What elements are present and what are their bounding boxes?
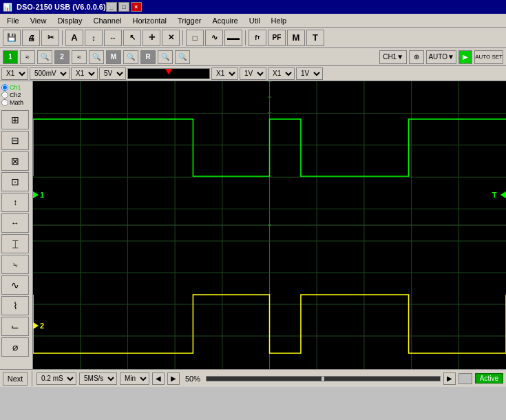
svg-text:1: 1 [40,191,44,199]
menu-acquire[interactable]: Acquire [207,15,243,26]
ch1-voltage-select[interactable]: 500mV [30,67,70,80]
cursor-icon-4[interactable]: ⍀ [1,255,29,274]
menu-util[interactable]: Util [244,15,266,26]
text-button[interactable]: A [65,30,83,46]
ch2-button[interactable]: 2 [54,50,70,64]
svg-text:T: T [492,191,497,199]
cursor-icon-3[interactable]: ⌶ [1,234,29,253]
save-button[interactable]: 💾 [3,30,21,46]
ch1-coupling-select[interactable]: X1 [1,67,28,80]
ch1-ref-select[interactable]: X1 [211,67,238,80]
trigger-position-bar[interactable] [127,68,210,79]
status-bar: Active [458,373,503,384]
ch-select-dropdown[interactable]: CH1 ▼ [379,50,407,64]
menu-horizontal[interactable]: Horizontal [127,15,172,26]
title-bar: 📊 DSO-2150 USB (V6.0.0.6) _ □ × [0,0,506,14]
measure-button[interactable]: ✕ [162,30,180,46]
samplerate-select[interactable]: 5MS/s [79,372,117,385]
cursor-cross-button[interactable]: ✛ [143,30,160,46]
position-indicator [321,377,324,381]
ch1-zoom-button[interactable]: 🔍 [37,50,52,64]
cursor-icon-5[interactable]: ∿ [1,275,29,295]
ch1-scale-select[interactable]: 5V [99,67,126,80]
ch1-radio[interactable]: Ch1 [1,84,31,91]
position-bar[interactable] [206,376,441,381]
measure-icon-2[interactable]: ⊟ [1,131,29,150]
cursor-icon-7[interactable]: ⌙ [1,317,29,336]
auto-dropdown[interactable]: AUTO ▼ [426,50,456,64]
r-zoom-button[interactable]: 🔍 [158,50,173,64]
ch2-zoom-button[interactable]: 🔍 [89,50,104,64]
ch1-probe-select[interactable]: X1 [71,67,98,80]
cursor-icon-8[interactable]: ⌀ [1,337,29,357]
svg-point-28 [268,224,271,227]
scope-display[interactable]: 1 2 T [33,81,506,369]
cursor-icon-2[interactable]: ↔ [1,213,29,233]
nav-left-button[interactable]: ◀ [152,372,165,385]
cursor-arrow-button[interactable]: ↖ [123,30,141,46]
cursor-h-button[interactable]: ↔ [104,30,122,46]
close-button[interactable]: × [131,2,142,12]
window-controls[interactable]: _ □ × [106,2,142,12]
wave-button[interactable]: ∿ [205,30,223,46]
math-radio-label: Math [10,99,23,106]
mode-select[interactable]: Min [120,372,149,385]
trigger-marker [165,69,172,74]
separator-1 [62,30,63,45]
ft-button[interactable]: fT [249,30,266,46]
ch2-ref-select[interactable]: 1V [296,67,323,80]
cursor-icon-6[interactable]: ⌇ [1,296,29,315]
status-icon [458,373,472,384]
m-button[interactable]: M [287,30,305,46]
ch1-ref-val-select[interactable]: 1V [240,67,266,80]
menu-file[interactable]: File [1,15,25,26]
menu-view[interactable]: View [25,15,52,26]
menu-help[interactable]: Help [266,15,293,26]
autoset-label: AUTO SET [475,54,503,60]
measure-icon-4[interactable]: ⊡ [1,172,29,191]
autoset-button[interactable]: AUTO SET [474,50,503,64]
cut-button[interactable]: ✂ [41,30,59,46]
measure-icon-3[interactable]: ⊠ [1,151,29,171]
auto-label: AUTO [428,53,447,61]
print-button[interactable]: 🖨 [22,30,40,46]
active-status: Active [475,373,503,384]
settings-bar: X1 500mV X1 5V X1 1V X1 1V [0,66,506,81]
position-right-button[interactable]: ▶ [443,372,456,385]
math-radio[interactable]: Math [1,99,31,106]
menu-trigger[interactable]: Trigger [172,15,207,26]
r-btn[interactable]: R [140,50,156,64]
pf-button[interactable]: PF [268,30,286,46]
measure-icon-1[interactable]: ⊞ [1,110,29,129]
scope-icon: ⊕ [409,50,424,64]
m-btn[interactable]: M [106,50,121,64]
nav-right-button[interactable]: ▶ [167,372,180,385]
cursor-icon-1[interactable]: ↕ [1,193,29,212]
timebase-select[interactable]: 0.2 mS [36,372,76,385]
minimize-button[interactable]: _ [106,2,117,12]
separator-3 [245,30,246,45]
scope-svg: 1 2 T [33,81,506,369]
main-area: Ch1 Ch2 Math ⊞ ⊟ ⊠ ⊡ ↕ ↔ ⌶ ⍀ ∿ ⌇ ⌙ ⌀ [0,81,506,369]
menu-display[interactable]: Display [52,15,87,26]
bottom-separator-1 [32,371,32,386]
cursor-v-button[interactable]: ↕ [85,30,103,46]
ch2-extra-button[interactable]: ≈ [72,50,87,64]
m-zoom-button[interactable]: 🔍 [123,50,138,64]
position-percent: 50% [182,375,203,383]
t-button[interactable]: T [306,30,324,46]
ch2-probe-select[interactable]: X1 [268,67,295,80]
ch1-extra-button[interactable]: ≈ [20,50,35,64]
svg-text:2: 2 [40,322,44,330]
zoom-extra-button[interactable]: 🔍 [175,50,190,64]
ch2-radio[interactable]: Ch2 [1,92,31,98]
run-button[interactable]: ▶ [458,50,472,64]
square-button[interactable]: □ [186,30,204,46]
maximize-button[interactable]: □ [118,2,129,12]
separator-2 [182,30,183,45]
dash-button[interactable]: ▬▬ [224,30,242,46]
menu-channel[interactable]: Channel [87,15,127,26]
next-button[interactable]: Next [3,372,28,386]
ch1-button[interactable]: 1 [3,50,18,64]
left-panel: Ch1 Ch2 Math ⊞ ⊟ ⊠ ⊡ ↕ ↔ ⌶ ⍀ ∿ ⌇ ⌙ ⌀ [0,81,33,369]
